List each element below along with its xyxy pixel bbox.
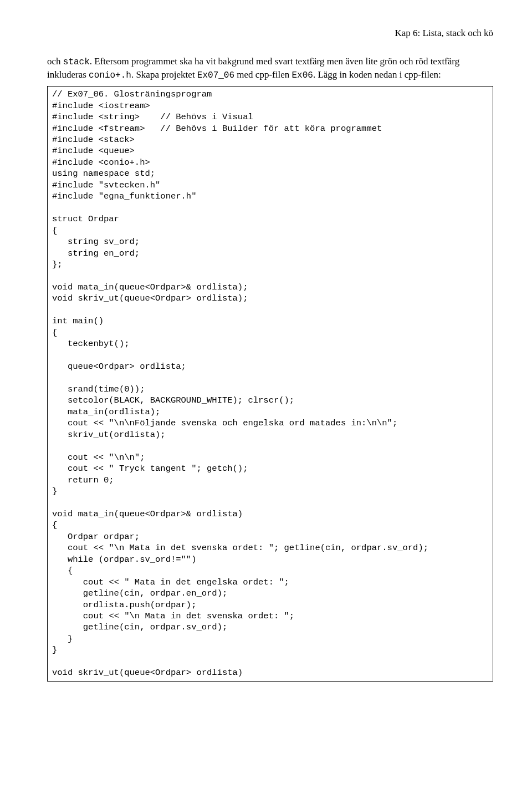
inline-code: Ex07_06 — [197, 70, 234, 80]
paragraph-1: och stack. Eftersom programmet ska ha vi… — [47, 55, 493, 82]
text-fragment: . Skapa projektet — [131, 69, 197, 80]
chapter-header: Kap 6: Lista, stack och kö — [47, 28, 493, 39]
text-fragment: med cpp-filen — [234, 69, 291, 80]
inline-code: Ex06 — [291, 70, 313, 80]
code-listing: // Ex07_06. Glosträningsprogram #include… — [47, 86, 493, 682]
text-fragment: . Lägg in koden nedan i cpp-filen: — [313, 69, 441, 80]
inline-code: conio+.h — [89, 70, 131, 80]
inline-code: stack — [63, 57, 90, 67]
text-fragment: och — [47, 56, 63, 67]
document-page: Kap 6: Lista, stack och kö och stack. Ef… — [0, 0, 532, 704]
